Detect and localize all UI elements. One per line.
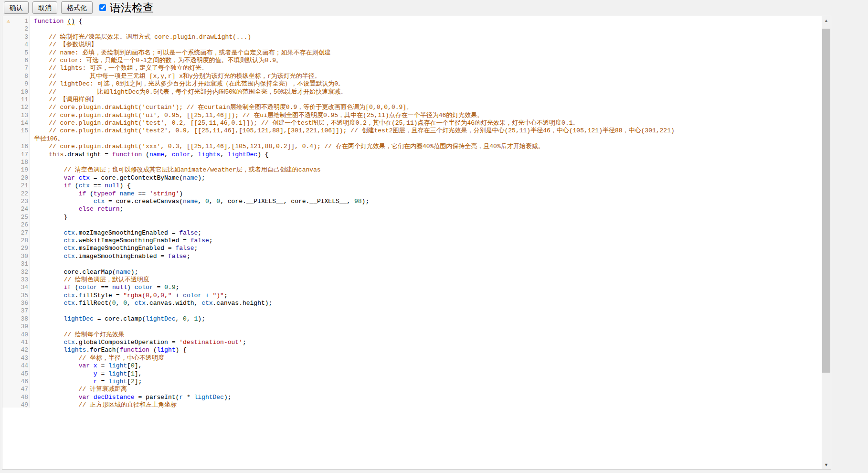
code-line[interactable]: 35 ctx.fillStyle = "rgba(0,0,0," + color… xyxy=(2,292,822,300)
code-line-content[interactable]: // core.plugin.drawLight('test', 0.2, [[… xyxy=(30,119,822,127)
code-line-content[interactable]: ctx = core.createCanvas(name, 0, 0, core… xyxy=(30,198,822,205)
code-line[interactable]: 38 lightDec = core.clamp(lightDec, 0, 1)… xyxy=(2,315,822,323)
code-line-content[interactable]: 半径106。 xyxy=(30,135,822,143)
code-line-content[interactable] xyxy=(30,260,822,268)
code-line[interactable]: 7 // lights: 可选，一个数组，定义了每个独立的灯光。 xyxy=(2,64,822,72)
scroll-up-icon[interactable]: ▲ xyxy=(822,16,831,25)
code-line[interactable]: 44 var x = light[0], xyxy=(2,362,822,370)
code-line[interactable]: 27 ctx.mozImageSmoothingEnabled = false; xyxy=(2,229,822,237)
code-line-content[interactable]: ctx.imageSmoothingEnabled = false; xyxy=(30,253,822,260)
code-line-content[interactable] xyxy=(30,159,822,166)
code-line[interactable]: 45 y = light[1], xyxy=(2,370,822,378)
code-line-content[interactable]: } xyxy=(30,214,822,221)
code-line-content[interactable]: // 比如lightDec为0.5代表，每个灯光部分内圈50%的范围全亮，50%… xyxy=(30,88,822,96)
code-line-content[interactable]: y = light[1], xyxy=(30,370,822,378)
code-line[interactable]: 22 if (typeof name == 'string') xyxy=(2,190,822,198)
code-line[interactable]: 36 ctx.fillRect(0, 0, ctx.canvas.width, … xyxy=(2,300,822,307)
code-line-content[interactable]: lightDec = core.clamp(lightDec, 0, 1); xyxy=(30,315,822,323)
code-line[interactable]: ⚠1function () { xyxy=(2,18,822,25)
code-line[interactable]: 16 // core.plugin.drawLight('xxx', 0.3, … xyxy=(2,143,822,150)
code-line-content[interactable]: // color: 可选，只能是一个0~1之间的数，为不透明度的值。不填则默认为… xyxy=(30,57,822,64)
code-line[interactable]: 23 ctx = core.createCanvas(name, 0, 0, c… xyxy=(2,198,822,205)
code-line[interactable]: 34 if (color == null) color = 0.9; xyxy=(2,284,822,291)
code-line-content[interactable]: // 【调用样例】 xyxy=(30,96,822,104)
code-line[interactable]: 3 // 绘制灯光/漆黑层效果。调用方式 core.plugin.drawLig… xyxy=(2,33,822,41)
code-line-content[interactable]: if (color == null) color = 0.9; xyxy=(30,284,822,291)
code-line[interactable]: 21 if (ctx == null) { xyxy=(2,182,822,190)
code-line[interactable]: 43 // 坐标，半径，中心不透明度 xyxy=(2,355,822,362)
code-line-content[interactable]: // 绘制色调层，默认不透明度 xyxy=(30,276,822,284)
code-line[interactable]: 12 // core.plugin.drawLight('curtain'); … xyxy=(2,104,822,111)
code-line-content[interactable]: else return; xyxy=(30,205,822,213)
code-line-content[interactable] xyxy=(30,25,822,33)
code-line-content[interactable]: this.drawLight = function (name, color, … xyxy=(30,151,822,159)
code-line[interactable]: 47 // 计算衰减距离 xyxy=(2,386,822,393)
code-line-content[interactable]: // 清空色调层；也可以修改成其它层比如animate/weather层，或者用… xyxy=(30,166,822,174)
code-line[interactable]: 31 xyxy=(2,260,822,268)
syntax-check-checkbox[interactable] xyxy=(99,4,106,11)
vertical-scrollbar[interactable]: ▲ ▼ xyxy=(822,16,831,469)
code-line[interactable]: 8 // 其中每一项是三元组 [x,y,r] x和y分别为该灯光的横纵坐标，r为… xyxy=(2,73,822,80)
code-line[interactable]: 37 xyxy=(2,307,822,315)
code-line-content[interactable]: if (typeof name == 'string') xyxy=(30,190,822,198)
code-line-content[interactable]: ctx.globalCompositeOperation = 'destinat… xyxy=(30,339,822,346)
code-line-content[interactable]: ctx.webkitImageSmoothingEnabled = false; xyxy=(30,237,822,245)
code-line[interactable]: 40 // 绘制每个灯光效果 xyxy=(2,331,822,339)
code-line[interactable]: 19 // 清空色调层；也可以修改成其它层比如animate/weather层，… xyxy=(2,166,822,174)
code-line-content[interactable]: ctx.fillStyle = "rgba(0,0,0," + color + … xyxy=(30,292,822,300)
scroll-down-icon[interactable]: ▼ xyxy=(822,461,831,469)
code-line[interactable]: 11 // 【调用样例】 xyxy=(2,96,822,104)
code-line-content[interactable]: core.clearMap(name); xyxy=(30,269,822,276)
code-line-content[interactable]: // lights: 可选，一个数组，定义了每个独立的灯光。 xyxy=(30,64,822,72)
format-button[interactable]: 格式化 xyxy=(61,1,93,14)
code-line-content[interactable]: // 计算衰减距离 xyxy=(30,386,822,393)
code-line[interactable]: 30 ctx.imageSmoothingEnabled = false; xyxy=(2,253,822,260)
code-line-content[interactable]: function () { xyxy=(30,18,822,25)
code-line[interactable]: 10 // 比如lightDec为0.5代表，每个灯光部分内圈50%的范围全亮，… xyxy=(2,88,822,96)
code-line-content[interactable]: ctx.fillRect(0, 0, ctx.canvas.width, ctx… xyxy=(30,300,822,307)
code-line[interactable]: 39 xyxy=(2,323,822,331)
code-line-content[interactable] xyxy=(30,323,822,331)
code-editor[interactable]: ⚠1function () {23 // 绘制灯光/漆黑层效果。调用方式 cor… xyxy=(2,16,831,470)
code-line-content[interactable]: if (ctx == null) { xyxy=(30,182,822,190)
code-line-content[interactable]: // 绘制每个灯光效果 xyxy=(30,331,822,339)
scrollbar-thumb[interactable] xyxy=(822,29,830,373)
code-line[interactable]: 29 ctx.msImageSmoothingEnabled = false; xyxy=(2,245,822,252)
code-line-content[interactable] xyxy=(30,307,822,315)
code-line[interactable]: 42 lights.forEach(function (light) { xyxy=(2,346,822,354)
code-line[interactable]: 15 // core.plugin.drawLight('test2', 0.9… xyxy=(2,127,822,135)
code-line[interactable]: 4 // 【参数说明】 xyxy=(2,41,822,49)
code-line[interactable]: 2 xyxy=(2,25,822,33)
code-line[interactable]: 半径106。 xyxy=(2,135,822,143)
code-line-content[interactable]: r = light[2]; xyxy=(30,378,822,386)
code-line-content[interactable]: // 其中每一项是三元组 [x,y,r] x和y分别为该灯光的横纵坐标，r为该灯… xyxy=(30,73,822,80)
code-line[interactable]: 25 } xyxy=(2,214,822,221)
code-line-content[interactable]: // core.plugin.drawLight('xxx', 0.3, [[2… xyxy=(30,143,822,150)
code-line[interactable]: 26 xyxy=(2,221,822,229)
code-line-content[interactable]: var decDistance = parseInt(r * lightDec)… xyxy=(30,394,822,401)
code-line-content[interactable] xyxy=(30,221,822,229)
code-line-content[interactable]: // lightDec: 可选，0到1之间，光从多少百分比才开始衰减（在此范围内… xyxy=(30,80,822,88)
code-line-content[interactable]: // core.plugin.drawLight('test2', 0.9, [… xyxy=(30,127,822,135)
code-line[interactable]: 28 ctx.webkitImageSmoothingEnabled = fal… xyxy=(2,237,822,245)
code-line[interactable]: 24 else return; xyxy=(2,205,822,213)
code-line[interactable]: 32 core.clearMap(name); xyxy=(2,269,822,276)
code-line-content[interactable]: // 正方形区域的直径和左上角坐标 xyxy=(30,401,822,408)
code-line[interactable]: 41 ctx.globalCompositeOperation = 'desti… xyxy=(2,339,822,346)
code-line-content[interactable]: var ctx = core.getContextByName(name); xyxy=(30,174,822,182)
code-line[interactable]: 46 r = light[2]; xyxy=(2,378,822,386)
code-line-content[interactable]: // core.plugin.drawLight('ui', 0.95, [[2… xyxy=(30,112,822,119)
code-line[interactable]: 33 // 绘制色调层，默认不透明度 xyxy=(2,276,822,284)
code-line-content[interactable]: // core.plugin.drawLight('curtain'); // … xyxy=(30,104,822,111)
confirm-button[interactable]: 确认 xyxy=(4,1,29,14)
code-line-content[interactable]: // name: 必填，要绘制到的画布名；可以是一个系统画布，或者是个自定义画布… xyxy=(30,49,822,57)
code-line[interactable]: 49 // 正方形区域的直径和左上角坐标 xyxy=(2,401,822,408)
code-line-content[interactable]: // 坐标，半径，中心不透明度 xyxy=(30,355,822,362)
code-line[interactable]: 17 this.drawLight = function (name, colo… xyxy=(2,151,822,159)
code-line[interactable]: 18 xyxy=(2,159,822,166)
code-line[interactable]: 5 // name: 必填，要绘制到的画布名；可以是一个系统画布，或者是个自定义… xyxy=(2,49,822,57)
cancel-button[interactable]: 取消 xyxy=(32,1,57,14)
code-scroller[interactable]: ⚠1function () {23 // 绘制灯光/漆黑层效果。调用方式 cor… xyxy=(2,16,822,408)
code-line-content[interactable]: ctx.msImageSmoothingEnabled = false; xyxy=(30,245,822,252)
code-line-content[interactable]: // 绘制灯光/漆黑层效果。调用方式 core.plugin.drawLight… xyxy=(30,33,822,41)
